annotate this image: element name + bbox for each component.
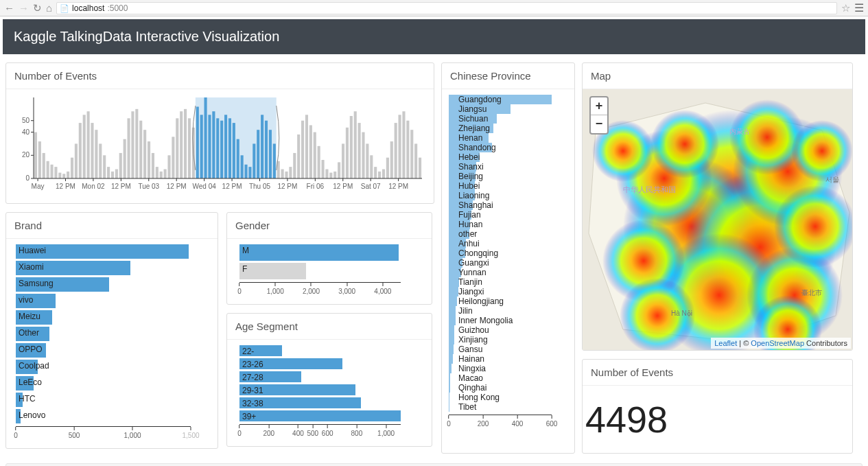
bar-row[interactable]: Huawei [16, 244, 211, 259]
bar-row[interactable]: Shandong [449, 143, 567, 152]
svg-rect-90 [395, 123, 397, 178]
forward-icon[interactable]: → [19, 2, 29, 14]
bar-row[interactable]: Guangdong [449, 95, 567, 104]
svg-rect-77 [342, 143, 344, 178]
svg-text:May: May [32, 183, 45, 190]
bar-row[interactable]: Jiangxi [449, 287, 567, 296]
province-chart[interactable]: GuangdongJiangsuSichuanZhejiangHenanShan… [449, 95, 567, 412]
svg-rect-38 [184, 109, 187, 178]
bar-row[interactable]: Shanxi [449, 162, 567, 172]
svg-rect-70 [314, 132, 316, 178]
page-title: Kaggle TalkingData Interactive Visualiza… [3, 19, 865, 54]
reload-icon[interactable]: ↻ [33, 2, 42, 14]
svg-rect-52 [241, 155, 244, 178]
bar-row[interactable]: Tibet [449, 402, 567, 412]
bar-row[interactable]: Lenovo [16, 409, 211, 423]
map-canvas[interactable]: 中华人民共和国内蒙古Hà Nội臺北市서울 + − Leaflet | © Op… [583, 89, 852, 350]
bookmark-icon[interactable]: ☆ [841, 2, 850, 14]
bar-row[interactable]: Hong Kong [449, 393, 567, 402]
events-chart[interactable]: 0204050May12 PMMon 0212 PMTue 0312 PMWed… [13, 95, 425, 198]
bar-row[interactable]: Guangxi [449, 258, 567, 268]
bar-row[interactable]: Inner Mongolia [449, 316, 567, 325]
svg-rect-51 [237, 139, 239, 178]
bar-row[interactable]: 27-28 [239, 371, 425, 382]
bar-row[interactable]: Chongqing [449, 248, 567, 258]
svg-rect-68 [305, 115, 308, 178]
bar-row[interactable]: Zhejiang [449, 124, 567, 133]
bar-row[interactable]: vivo [16, 294, 211, 308]
home-icon[interactable]: ⌂ [46, 2, 52, 14]
svg-rect-94 [410, 130, 413, 178]
svg-rect-18 [103, 155, 106, 178]
svg-rect-39 [188, 118, 191, 178]
zoom-in-button[interactable]: + [591, 97, 607, 115]
bar-row[interactable]: Liaoning [449, 191, 567, 200]
bar-row[interactable]: Xinjiang [449, 335, 567, 345]
svg-rect-28 [143, 130, 146, 178]
bar-row[interactable]: Sichuan [449, 114, 567, 124]
bar-row[interactable]: LeEco [16, 376, 211, 391]
bar-row[interactable]: Hebei [449, 152, 567, 162]
svg-rect-67 [301, 121, 304, 178]
bar-row[interactable]: Fujian [449, 210, 567, 220]
bar-row[interactable]: Hainan [449, 354, 567, 364]
bar-row[interactable]: Xiaomi [16, 261, 211, 275]
osm-link[interactable]: OpenStreetMap [751, 339, 804, 347]
bar-row[interactable]: 39+ [239, 410, 425, 421]
svg-text:Tue 03: Tue 03 [138, 183, 159, 190]
age-chart[interactable]: 22-23-2627-2829-3132-3839+ [234, 345, 425, 421]
hamburger-icon[interactable]: ☰ [854, 1, 864, 14]
card-province: Chinese Province GuangdongJiangsuSichuan… [441, 62, 575, 454]
svg-rect-63 [285, 172, 288, 178]
bar-row[interactable]: Anhui [449, 239, 567, 248]
svg-rect-81 [358, 123, 361, 178]
bar-row[interactable]: Henan [449, 133, 567, 143]
bar-row[interactable]: Coolpad [16, 360, 211, 374]
svg-rect-87 [382, 170, 385, 178]
bar-row[interactable]: 29-31 [239, 384, 425, 395]
card-title: Age Segment [227, 314, 432, 340]
bar-row[interactable]: Hubei [449, 181, 567, 191]
bar-row[interactable]: Samsung [16, 277, 211, 292]
card-title: Chinese Province [442, 63, 574, 89]
bar-row[interactable]: 22- [239, 345, 425, 356]
svg-text:12 PM: 12 PM [333, 183, 353, 190]
svg-rect-92 [402, 111, 405, 178]
bar-row[interactable]: Other [16, 327, 211, 341]
svg-rect-69 [309, 125, 312, 178]
bar-row[interactable]: OPPO [16, 343, 211, 358]
svg-rect-88 [386, 158, 389, 178]
bar-row[interactable]: Beijing [449, 172, 567, 181]
back-icon[interactable]: ← [4, 2, 14, 14]
url-bar[interactable]: 📄 localhost:5000 [56, 2, 837, 14]
bar-row[interactable]: Qinghai [449, 383, 567, 393]
bar-row[interactable]: Meizu [16, 310, 211, 325]
bar-row[interactable]: Shanghai [449, 200, 567, 210]
gender-chart[interactable]: MF [234, 244, 425, 279]
leaflet-link[interactable]: Leaflet [714, 339, 737, 347]
footer: Built with ♥ by Keen IO [5, 463, 863, 466]
bar-row[interactable]: Jilin [449, 306, 567, 316]
svg-rect-42 [200, 115, 203, 178]
svg-rect-95 [414, 143, 417, 178]
svg-rect-4 [47, 161, 49, 178]
bar-row[interactable]: Guizhou [449, 325, 567, 335]
bar-row[interactable]: other [449, 229, 567, 239]
bar-row[interactable]: 23-26 [239, 358, 425, 369]
svg-rect-15 [91, 123, 93, 178]
bar-row[interactable]: Heilongjiang [449, 296, 567, 306]
bar-row[interactable]: Hunan [449, 220, 567, 229]
bar-row[interactable]: M [239, 244, 425, 261]
bar-row[interactable]: F [239, 263, 425, 279]
bar-row[interactable]: Ningxia [449, 364, 567, 373]
bar-row[interactable]: Macao [449, 373, 567, 383]
bar-row[interactable]: 32-38 [239, 397, 425, 408]
zoom-out-button[interactable]: − [591, 115, 607, 133]
bar-row[interactable]: Tianjin [449, 277, 567, 287]
bar-row[interactable]: Yunnan [449, 268, 567, 277]
bar-row[interactable]: Jiangsu [449, 104, 567, 114]
svg-rect-83 [366, 143, 368, 178]
bar-row[interactable]: Gansu [449, 345, 567, 354]
bar-row[interactable]: HTC [16, 393, 211, 407]
brand-chart[interactable]: HuaweiXiaomiSamsungvivoMeizuOtherOPPOCoo… [13, 244, 211, 423]
